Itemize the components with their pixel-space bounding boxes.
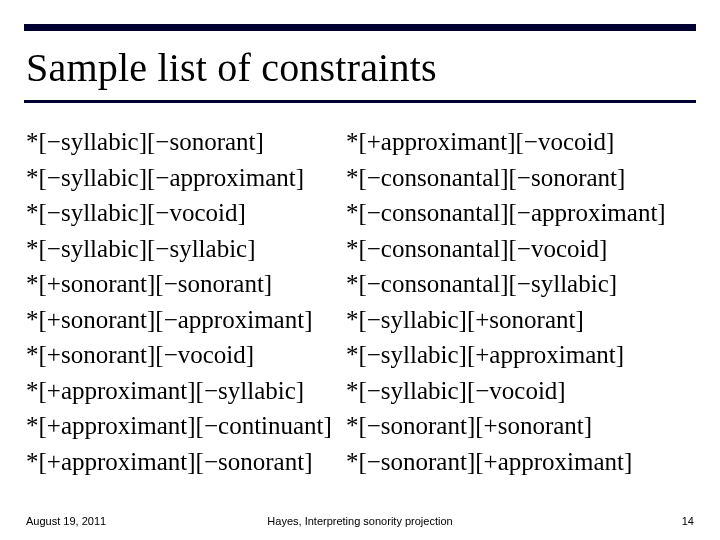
- constraint-item: *[−consonantal][−vocoid]: [346, 231, 666, 267]
- constraint-item: *[−syllabic][−vocoid]: [346, 373, 666, 409]
- content-area: *[−syllabic][−sonorant] *[−syllabic][−ap…: [26, 124, 694, 479]
- constraint-item: *[−syllabic][−vocoid]: [26, 195, 332, 231]
- constraint-item: *[+approximant][−continuant]: [26, 408, 332, 444]
- footer-date: August 19, 2011: [26, 515, 106, 527]
- left-column: *[−syllabic][−sonorant] *[−syllabic][−ap…: [26, 124, 332, 479]
- slide-title: Sample list of constraints: [26, 44, 437, 91]
- constraint-item: *[−consonantal][−approximant]: [346, 195, 666, 231]
- constraint-item: *[+sonorant][−sonorant]: [26, 266, 332, 302]
- constraint-item: *[−syllabic][+approximant]: [346, 337, 666, 373]
- constraint-item: *[−syllabic][−syllabic]: [26, 231, 332, 267]
- constraint-item: *[−consonantal][−sonorant]: [346, 160, 666, 196]
- footer-mid: Hayes, Interpreting sonority projection: [267, 515, 452, 527]
- footer-page: 14: [682, 515, 694, 527]
- constraint-item: *[+approximant][−syllabic]: [26, 373, 332, 409]
- slide: Sample list of constraints *[−syllabic][…: [0, 0, 720, 540]
- constraint-item: *[−sonorant][+approximant]: [346, 444, 666, 480]
- constraint-item: *[+sonorant][−approximant]: [26, 302, 332, 338]
- title-underline: [24, 100, 696, 103]
- constraint-item: *[+sonorant][−vocoid]: [26, 337, 332, 373]
- right-column: *[+approximant][−vocoid] *[−consonantal]…: [346, 124, 666, 479]
- constraint-item: *[−syllabic][+sonorant]: [346, 302, 666, 338]
- constraint-item: *[−syllabic][−approximant]: [26, 160, 332, 196]
- constraint-item: *[−consonantal][−syllabic]: [346, 266, 666, 302]
- constraint-item: *[−syllabic][−sonorant]: [26, 124, 332, 160]
- constraint-item: *[+approximant][−sonorant]: [26, 444, 332, 480]
- top-bar: [24, 24, 696, 31]
- constraint-item: *[−sonorant][+sonorant]: [346, 408, 666, 444]
- constraint-item: *[+approximant][−vocoid]: [346, 124, 666, 160]
